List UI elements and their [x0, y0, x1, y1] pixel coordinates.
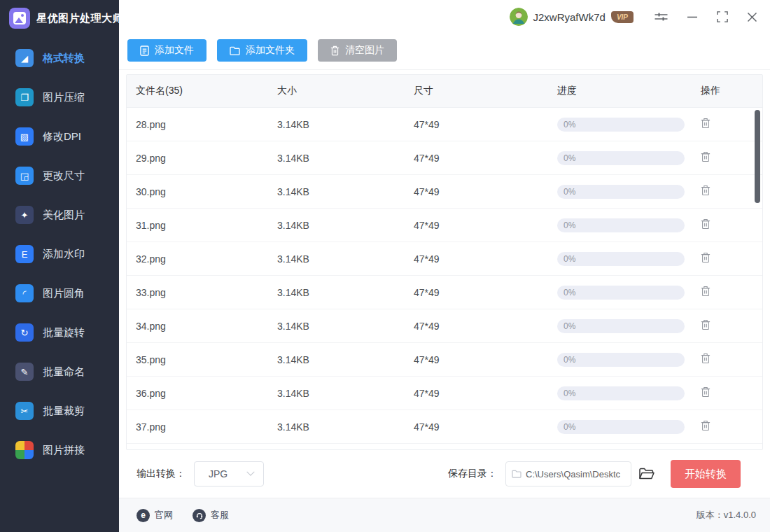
sidebar-item-label: 图片拼接	[43, 444, 85, 457]
close-icon[interactable]	[747, 12, 757, 22]
sidebar-item-label: 更改尺寸	[43, 169, 85, 183]
cell-dimensions: 47*49	[414, 253, 557, 265]
image-compress-icon: ❐	[15, 88, 34, 106]
cell-size: 3.14KB	[277, 186, 414, 197]
sidebar-item-label: 图片压缩	[43, 91, 85, 104]
batch-crop-icon: ✂	[15, 402, 34, 420]
cell-size: 3.14KB	[277, 287, 414, 298]
bottom-controls: 输出转换： JPG 保存目录： 开始转换	[119, 450, 770, 498]
delete-row-button[interactable]	[701, 252, 710, 263]
sidebar-item-batch-crop[interactable]: ✂ 批量裁剪	[0, 391, 119, 430]
delete-row-button[interactable]	[701, 386, 710, 398]
delete-row-button[interactable]	[701, 286, 710, 297]
sidebar-item-label: 格式转换	[43, 52, 85, 65]
resize-icon: ◲	[15, 167, 34, 185]
trash-icon	[701, 218, 710, 230]
table-body: 28.png 3.14KB 47*49 0% 29.png 3.14KB 47*…	[127, 108, 762, 444]
file-table: 文件名(35) 大小 尺寸 进度 操作 28.png 3.14KB 47*49 …	[126, 74, 763, 450]
maximize-icon[interactable]	[717, 11, 728, 22]
save-path-input[interactable]	[526, 469, 625, 479]
cell-dimensions: 47*49	[414, 119, 557, 130]
sidebar-item-round-corner[interactable]: ◜ 图片圆角	[0, 274, 119, 313]
table-row: 31.png 3.14KB 47*49 0%	[127, 209, 762, 242]
add-folder-button[interactable]: 添加文件夹	[217, 39, 307, 62]
progress-bar: 0%	[557, 386, 685, 400]
sidebar-item-label: 批量命名	[43, 365, 85, 379]
sidebar-item-batch-rename[interactable]: ✎ 批量命名	[0, 352, 119, 391]
table-row: 36.png 3.14KB 47*49 0%	[127, 377, 762, 410]
website-icon: e	[136, 509, 150, 522]
table-row: 32.png 3.14KB 47*49 0%	[127, 242, 762, 276]
headset-icon	[192, 509, 206, 522]
clear-images-button[interactable]: 清空图片	[318, 39, 397, 62]
cell-filename: 32.png	[127, 253, 277, 265]
modify-dpi-icon: ▧	[15, 127, 34, 146]
trash-icon	[701, 353, 710, 364]
delete-row-button[interactable]	[701, 218, 710, 230]
cell-size: 3.14KB	[277, 253, 414, 265]
browse-folder-icon[interactable]	[639, 468, 654, 480]
cell-dimensions: 47*49	[414, 321, 557, 332]
cell-dimensions: 47*49	[414, 220, 557, 231]
output-format-select[interactable]: JPG	[194, 461, 264, 486]
sidebar-item-format-convert[interactable]: ◢ 格式转换	[0, 38, 119, 78]
sidebar-item-image-compress[interactable]: ❐ 图片压缩	[0, 78, 119, 117]
delete-row-button[interactable]	[701, 420, 710, 431]
sidebar-item-label: 批量旋转	[43, 326, 85, 340]
version-label: 版本：v1.4.0.0	[696, 509, 756, 522]
start-convert-button[interactable]: 开始转换	[671, 460, 741, 488]
delete-row-button[interactable]	[701, 185, 710, 196]
delete-row-button[interactable]	[701, 151, 710, 162]
trash-icon	[701, 118, 710, 129]
cell-filename: 28.png	[127, 119, 277, 130]
user-account[interactable]: J2xwRyafWk7d VIP	[510, 8, 634, 26]
image-stitch-icon	[15, 441, 34, 459]
progress-bar: 0%	[557, 185, 685, 199]
sidebar-item-resize[interactable]: ◲ 更改尺寸	[0, 156, 119, 195]
sidebar-item-label: 批量裁剪	[43, 405, 85, 418]
trash-icon	[330, 46, 340, 56]
sidebar-menu: ◢ 格式转换 ❐ 图片压缩 ▧ 修改DPI ◲ 更改尺寸 ✦ 美化图片 E 添加…	[0, 38, 119, 470]
cell-filename: 36.png	[127, 388, 277, 399]
add-file-button[interactable]: 添加文件	[127, 39, 206, 62]
cell-filename: 33.png	[127, 287, 277, 298]
cell-dimensions: 47*49	[414, 186, 557, 197]
delete-row-button[interactable]	[701, 118, 710, 129]
delete-row-button[interactable]	[701, 319, 710, 330]
table-row: 35.png 3.14KB 47*49 0%	[127, 343, 762, 377]
app-logo-icon	[9, 8, 30, 29]
minimize-icon[interactable]	[687, 11, 698, 22]
header-progress: 进度	[557, 85, 701, 97]
settings-icon[interactable]	[654, 11, 668, 22]
scrollbar-thumb[interactable]	[755, 110, 760, 203]
customer-service-link[interactable]: 客服	[192, 509, 229, 522]
cell-size: 3.14KB	[277, 153, 414, 164]
format-convert-icon: ◢	[15, 49, 34, 67]
progress-bar: 0%	[557, 252, 685, 266]
cell-filename: 31.png	[127, 220, 277, 231]
toolbar: 添加文件 添加文件夹 清空图片	[119, 34, 770, 70]
user-avatar	[510, 8, 528, 26]
table-row: 34.png 3.14KB 47*49 0%	[127, 309, 762, 343]
sidebar-item-label: 添加水印	[43, 248, 85, 261]
sidebar-item-image-stitch[interactable]: 图片拼接	[0, 430, 119, 470]
username: J2xwRyafWk7d	[533, 11, 606, 23]
sidebar-item-modify-dpi[interactable]: ▧ 修改DPI	[0, 117, 119, 156]
sidebar-item-batch-rotate[interactable]: ↻ 批量旋转	[0, 313, 119, 352]
sidebar-item-label: 图片圆角	[43, 287, 85, 300]
progress-bar: 0%	[557, 353, 685, 367]
folder-icon	[512, 470, 522, 478]
round-corner-icon: ◜	[15, 284, 34, 302]
progress-bar: 0%	[557, 118, 685, 132]
cell-filename: 35.png	[127, 354, 277, 365]
delete-row-button[interactable]	[701, 353, 710, 364]
official-website-link[interactable]: e 官网	[136, 509, 173, 522]
progress-bar: 0%	[557, 420, 685, 434]
cell-filename: 30.png	[127, 186, 277, 197]
trash-icon	[701, 252, 710, 263]
sidebar-item-watermark[interactable]: E 添加水印	[0, 234, 119, 274]
progress-bar: 0%	[557, 286, 685, 300]
main-area: J2xwRyafWk7d VIP	[119, 0, 770, 532]
sidebar-item-beautify[interactable]: ✦ 美化图片	[0, 195, 119, 234]
app-title: 星优图片处理大师	[36, 12, 123, 25]
